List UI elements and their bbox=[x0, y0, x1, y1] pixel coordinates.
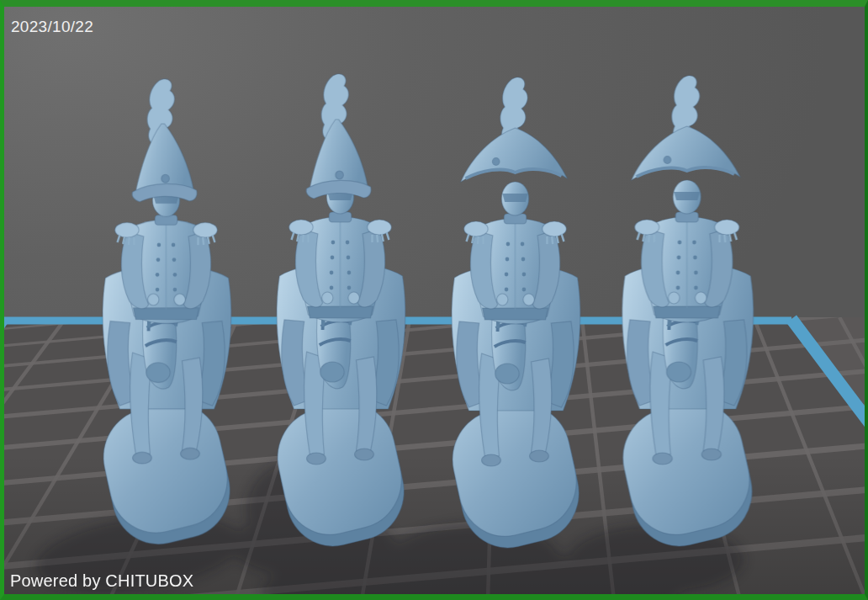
viewport-canvas[interactable] bbox=[0, 0, 868, 600]
model-cavalry-4[interactable] bbox=[614, 76, 762, 556]
model-cavalry-2[interactable] bbox=[268, 74, 413, 556]
date-label: 2023/10/22 bbox=[11, 18, 93, 36]
chitubox-watermark: Powered by CHITUBOX bbox=[10, 571, 193, 591]
model-cavalry-3[interactable] bbox=[443, 77, 588, 558]
model-cavalry-1[interactable] bbox=[94, 79, 239, 554]
viewport-3d[interactable]: 2023/10/22 Powered by CHITUBOX bbox=[0, 0, 868, 600]
